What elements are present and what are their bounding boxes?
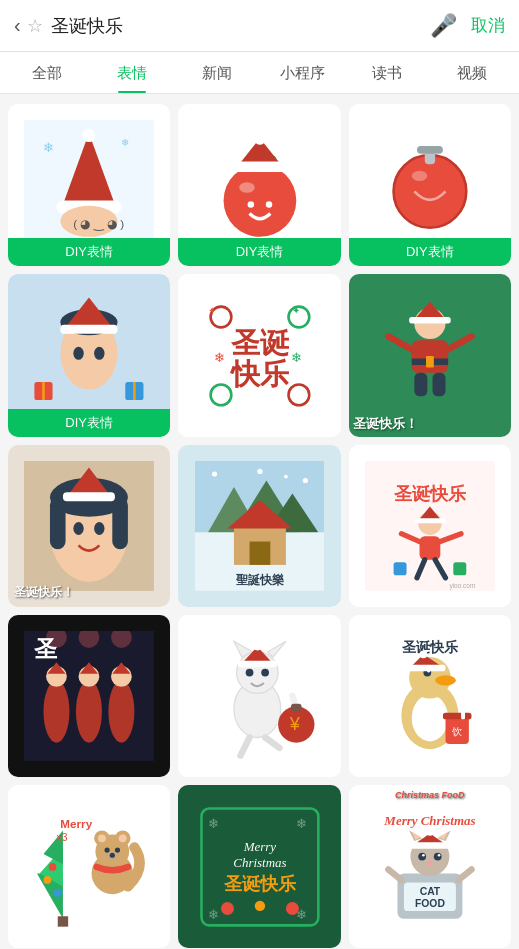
svg-rect-28: [61, 324, 118, 333]
sticker-card[interactable]: ✦ ✦ 圣诞 快乐 ❄ ❄: [178, 274, 340, 436]
diy-button[interactable]: DIY表情: [349, 238, 511, 266]
svg-point-98: [44, 681, 70, 743]
sticker-card[interactable]: 聖誕快樂: [178, 445, 340, 607]
svg-point-29: [74, 346, 84, 359]
sticker-card[interactable]: 圣诞快乐！: [349, 274, 511, 436]
svg-text:快乐: 快乐: [228, 358, 288, 390]
tab-all[interactable]: 全部: [4, 52, 89, 93]
svg-point-18: [265, 201, 271, 207]
svg-point-154: [105, 847, 110, 852]
svg-rect-75: [249, 541, 270, 564]
sticker-card[interactable]: DIY表情: [178, 104, 340, 266]
svg-text:✦: ✦: [292, 305, 300, 316]
sticker-card[interactable]: 圣诞快乐 yioo.com: [349, 445, 511, 607]
sticker-card[interactable]: 圣诞快乐 饮: [349, 615, 511, 777]
svg-point-11: [239, 183, 255, 193]
svg-rect-62: [113, 497, 129, 549]
sticker-card[interactable]: 圣: [8, 615, 170, 777]
svg-point-128: [435, 675, 456, 685]
svg-point-16: [254, 135, 264, 145]
svg-rect-53: [414, 372, 427, 395]
svg-rect-52: [426, 355, 434, 367]
svg-text:圣诞快乐: 圣诞快乐: [401, 639, 458, 655]
svg-rect-92: [453, 562, 466, 575]
tab-emoji[interactable]: 表情: [89, 52, 174, 93]
svg-text:聖誕快樂: 聖誕快樂: [235, 573, 283, 586]
sticker-overlay-text: 圣诞快乐！: [353, 415, 418, 433]
back-button[interactable]: ‹: [14, 14, 21, 37]
svg-rect-114: [237, 661, 276, 667]
svg-point-78: [302, 478, 307, 483]
svg-text:x3: x3: [57, 832, 68, 843]
svg-text:Merry: Merry: [61, 817, 93, 830]
svg-rect-91: [393, 562, 406, 575]
svg-point-144: [44, 876, 52, 884]
svg-text:❄: ❄: [208, 816, 219, 831]
svg-point-126: [412, 695, 448, 742]
mic-icon[interactable]: 🎤: [430, 13, 457, 39]
svg-point-66: [94, 522, 104, 535]
svg-point-133: [419, 651, 427, 659]
svg-text:❄: ❄: [291, 350, 302, 365]
svg-point-157: [110, 852, 115, 857]
tab-bar: 全部 表情 新闻 小程序 读书 视频: [0, 52, 519, 94]
svg-rect-85: [414, 518, 445, 523]
svg-point-30: [94, 346, 104, 359]
svg-point-167: [221, 902, 234, 915]
svg-text:❄: ❄: [208, 906, 219, 921]
tab-reading[interactable]: 读书: [345, 52, 430, 93]
cancel-button[interactable]: 取消: [471, 14, 505, 37]
svg-point-77: [211, 471, 216, 476]
sticker-card[interactable]: DIY表情: [8, 274, 170, 436]
tab-video[interactable]: 视频: [430, 52, 515, 93]
svg-point-80: [284, 475, 288, 479]
sticker-card[interactable]: Merry Christmas CAT FOOD: [349, 785, 511, 947]
svg-point-17: [247, 201, 253, 207]
svg-text:❄: ❄: [214, 350, 225, 365]
sticker-card[interactable]: ❄ ❄ ❄ ( ◕ ‿ ◕ ) DIY表情: [8, 104, 170, 266]
sticker-card[interactable]: ❄ ❄ ❄ ❄ Merry Christmas 圣诞快乐: [178, 785, 340, 947]
svg-rect-54: [432, 372, 445, 395]
svg-text:❄: ❄: [122, 137, 130, 148]
svg-text:yioo.com: yioo.com: [449, 582, 475, 590]
svg-point-6: [83, 129, 96, 142]
tab-news[interactable]: 新闻: [174, 52, 259, 93]
star-icon[interactable]: ☆: [27, 15, 43, 37]
svg-point-152: [98, 834, 106, 842]
sticker-card[interactable]: 圣诞快乐！: [8, 445, 170, 607]
svg-text:圣诞: 圣诞: [229, 328, 288, 359]
header: ‹ ☆ 圣诞快乐 🎤 取消: [0, 0, 519, 52]
svg-rect-132: [406, 665, 445, 671]
svg-text:❄: ❄: [44, 141, 55, 156]
svg-rect-61: [50, 497, 66, 549]
sticker-card[interactable]: ¥: [178, 615, 340, 777]
sticker-overlay-text: 圣诞快乐！: [14, 584, 74, 601]
diy-button[interactable]: DIY表情: [8, 238, 170, 266]
svg-rect-137: [461, 696, 465, 719]
sticker-card[interactable]: Merry x3: [8, 785, 170, 947]
svg-point-100: [76, 681, 102, 743]
svg-text:圣: 圣: [34, 636, 59, 662]
svg-rect-32: [42, 381, 45, 399]
search-title: 圣诞快乐: [51, 14, 430, 38]
svg-point-21: [412, 171, 428, 181]
svg-point-115: [253, 643, 261, 651]
svg-point-169: [254, 900, 264, 910]
svg-rect-119: [291, 704, 301, 712]
svg-rect-64: [63, 492, 115, 501]
svg-text:圣诞快乐: 圣诞快乐: [393, 484, 466, 504]
diy-button[interactable]: DIY表情: [178, 238, 340, 266]
svg-rect-49: [409, 317, 451, 323]
diy-button[interactable]: DIY表情: [8, 409, 170, 437]
svg-text:❄: ❄: [296, 816, 307, 831]
tab-miniapp[interactable]: 小程序: [260, 52, 345, 93]
svg-text:Christmas: Christmas: [233, 854, 286, 869]
svg-text:Merry: Merry: [242, 839, 276, 854]
svg-point-20: [393, 155, 466, 228]
svg-text:( ◕ ‿ ◕ ): ( ◕ ‿ ◕ ): [74, 217, 125, 231]
svg-point-143: [49, 863, 57, 871]
sticker-overlay-text: Christmas FooD: [395, 790, 465, 941]
sticker-card[interactable]: DIY表情: [349, 104, 511, 266]
svg-rect-135: [443, 713, 472, 719]
svg-rect-23: [417, 146, 443, 154]
